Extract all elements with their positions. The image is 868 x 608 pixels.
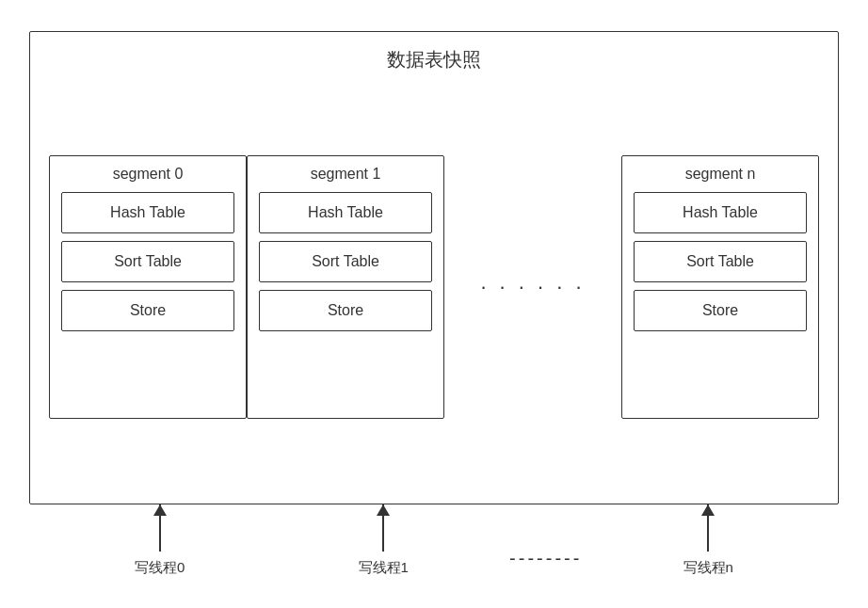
segment-1-store: Store — [259, 290, 432, 331]
middle-dots: · · · · · · — [444, 275, 621, 299]
writer-0-label: 写线程0 — [135, 559, 185, 577]
writer-n-arrow — [707, 504, 709, 552]
diagram-title: 数据表快照 — [49, 47, 819, 72]
segment-0-hash-table: Hash Table — [61, 192, 234, 233]
segment-n-store: Store — [634, 290, 807, 331]
writer-dots-group: -------- — [508, 504, 584, 569]
segment-0-store: Store — [61, 290, 234, 331]
writer-dots: -------- — [509, 548, 582, 569]
outer-box: 数据表快照 segment 0 Hash Table Sort Table St… — [29, 31, 839, 504]
segment-0-sort-table: Sort Table — [61, 241, 234, 282]
segment-1-hash-table: Hash Table — [259, 192, 432, 233]
segment-1-label: segment 1 — [259, 166, 432, 183]
segment-n-sort-table: Sort Table — [634, 241, 807, 282]
segment-n-label: segment n — [634, 166, 807, 183]
diagram-wrapper: 数据表快照 segment 0 Hash Table Sort Table St… — [29, 31, 839, 577]
segment-1-sort-table: Sort Table — [259, 241, 432, 282]
writer-n-label: 写线程n — [683, 559, 733, 577]
segment-0-label: segment 0 — [61, 166, 234, 183]
segment-1-box: segment 1 Hash Table Sort Table Store — [247, 155, 444, 419]
writer-0-arrow — [159, 504, 161, 552]
segments-row: segment 0 Hash Table Sort Table Store se… — [49, 91, 819, 482]
writer-1-group: 写线程1 — [284, 504, 482, 577]
segment-n-box: segment n Hash Table Sort Table Store — [621, 155, 819, 419]
writer-1-arrow — [382, 504, 384, 552]
writer-n-group: 写线程n — [609, 504, 807, 577]
segment-n-hash-table: Hash Table — [634, 192, 807, 233]
writer-0-group: 写线程0 — [61, 504, 259, 577]
segment-0-box: segment 0 Hash Table Sort Table Store — [49, 155, 247, 419]
writer-1-label: 写线程1 — [359, 559, 409, 577]
